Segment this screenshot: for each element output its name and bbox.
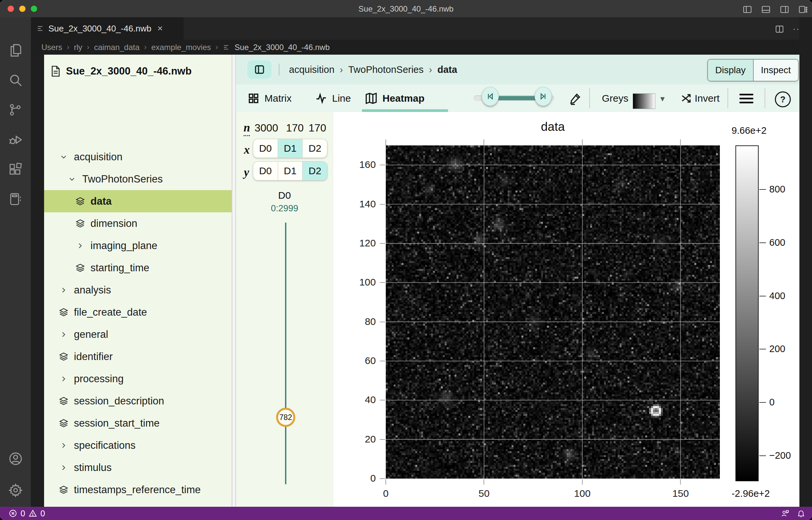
frame-slider-handle[interactable]: 782 [276,408,295,427]
colorbar-tick [759,349,766,349]
tree-item-identifier[interactable]: identifier [44,345,232,368]
display-button[interactable]: Display [708,60,754,81]
tree-item-session_start_time[interactable]: session_start_time [44,412,232,434]
help-button[interactable]: ? [775,92,791,107]
account-icon[interactable] [8,451,23,466]
tab-nwb-file[interactable]: Sue_2x_3000_40_-46.nwb × [31,17,183,40]
settings-icon[interactable] [8,483,23,498]
notebook-icon[interactable] [8,192,23,207]
x-dim-option-D2[interactable]: D2 [302,139,327,158]
tree-item-processing[interactable]: processing [44,368,232,390]
window-title: Sue_2x_3000_40_-46.nwb [0,4,812,14]
y-tick [380,400,385,400]
tree-item-session_description[interactable]: session_description [44,390,232,412]
x-dim-option-D1[interactable]: D1 [278,139,303,158]
breadcrumb-item[interactable]: example_movies [151,43,211,52]
customize-layout-icon[interactable] [798,4,808,14]
x-dim-option-D0[interactable]: D0 [253,139,278,158]
tab-close-icon[interactable]: × [157,23,163,34]
inspect-button[interactable]: Inspect [754,60,798,81]
tree-item-acquisition[interactable]: acquisition [44,146,232,168]
problems-status[interactable]: 0 0 [0,509,45,518]
toggle-sidebar-right-icon[interactable] [780,4,789,14]
tree-item-file_create_date[interactable]: file_create_date [44,301,232,323]
tree-item-TwoPhotonSeries[interactable]: TwoPhotonSeries [44,168,232,190]
tree-item-data[interactable]: data [44,190,232,212]
panel-split-icon [253,63,266,76]
top-tick [484,139,484,146]
status-bar: 0 0 [0,507,812,520]
chevron-down-icon[interactable]: ▼ [659,95,666,103]
breadcrumb: Users› rly› caiman_data› example_movies›… [0,40,812,55]
annotate-pen-icon[interactable] [569,92,582,105]
nwb-tree-panel: Sue_2x_3000_40_-46.nwb acquisitionTwoPho… [44,55,232,507]
tab-matrix[interactable]: Matrix [247,84,292,112]
feedback-icon[interactable] [781,509,789,518]
colorbar-tick [759,456,766,456]
toggle-sidebar-left-icon[interactable] [742,4,752,14]
layers-icon [58,418,69,429]
path-separator: › [340,64,343,75]
range-start-handle[interactable] [482,87,499,106]
breadcrumb-item[interactable]: rly [74,43,82,52]
tree-item-analysis[interactable]: analysis [44,279,232,301]
y-dim-option-D1[interactable]: D1 [278,162,303,180]
tree-item-stimulus[interactable]: stimulus [44,457,232,478]
tab-line-label: Line [332,93,351,104]
y-tick-label: 100 [349,277,376,288]
path-item[interactable]: TwoPhotonSeries [348,64,423,75]
colorbar-tick-label: 600 [769,237,785,248]
chevron-down-icon [58,151,69,163]
search-icon[interactable] [8,73,23,88]
run-debug-icon[interactable] [8,132,23,147]
source-control-icon[interactable] [8,102,23,118]
active-tab-underline [362,109,448,112]
y-dim-option-D2[interactable]: D2 [302,162,327,180]
tree-item-label: dimension [91,217,137,230]
nwb-file-icon [223,44,230,51]
heatmap-plot[interactable] [386,146,720,478]
chevron-right-icon [75,240,86,251]
layout-controls [742,4,808,14]
invert-label[interactable]: Invert [695,84,719,112]
tab-heatmap[interactable]: Heatmap [365,84,424,112]
y-dim-option-D0[interactable]: D0 [253,162,278,180]
extensions-icon[interactable] [8,162,23,177]
toggle-panel-icon[interactable] [761,4,771,14]
toggle-tree-panel-button[interactable] [247,60,271,79]
tree-item-label: session_description [74,395,164,407]
invert-icon[interactable] [680,92,693,105]
tree-item-specifications[interactable]: specifications [44,434,232,457]
warning-count: 0 [41,509,45,518]
y-tick [380,439,385,440]
colormap-gradient-swatch[interactable] [633,94,655,109]
tree-item-general[interactable]: general [44,323,232,345]
explorer-icon[interactable] [8,43,23,58]
bell-icon[interactable] [797,509,805,518]
tree-item-imaging_plane[interactable]: imaging_plane [44,234,232,257]
breadcrumb-item[interactable]: Users [42,43,62,52]
error-icon [9,509,17,518]
y-dim-label: y [244,166,249,179]
n-frames: 3000 [254,122,278,134]
split-editor-icon[interactable] [775,25,784,34]
layers-icon [58,484,69,495]
tree-item-timestamps_reference_time[interactable]: timestamps_reference_time [44,478,232,501]
tab-line[interactable]: Line [315,84,351,112]
app-window: Sue_2x_3000_40_-46.nwb Sue_2x_3000_40_-4… [0,0,812,520]
breadcrumb-item[interactable]: caiman_data [94,43,140,52]
breadcrumb-file[interactable]: Sue_2x_3000_40_-46.nwb [235,43,330,52]
chevron-right-icon [58,329,69,340]
sidebar-scrollbar[interactable] [232,55,236,507]
top-tick [386,139,386,146]
y-tick [380,243,385,244]
tree-item-dimension[interactable]: dimension [44,212,232,234]
range-end-handle[interactable] [535,87,552,106]
path-item[interactable]: acquisition [289,64,335,75]
frame-slider-track[interactable] [285,223,286,484]
divider [728,88,728,108]
tree-item-starting_time[interactable]: starting_time [44,257,232,279]
colorbar-tick [759,242,766,243]
chevron-right-icon [58,373,69,385]
layers-icon [75,262,86,274]
